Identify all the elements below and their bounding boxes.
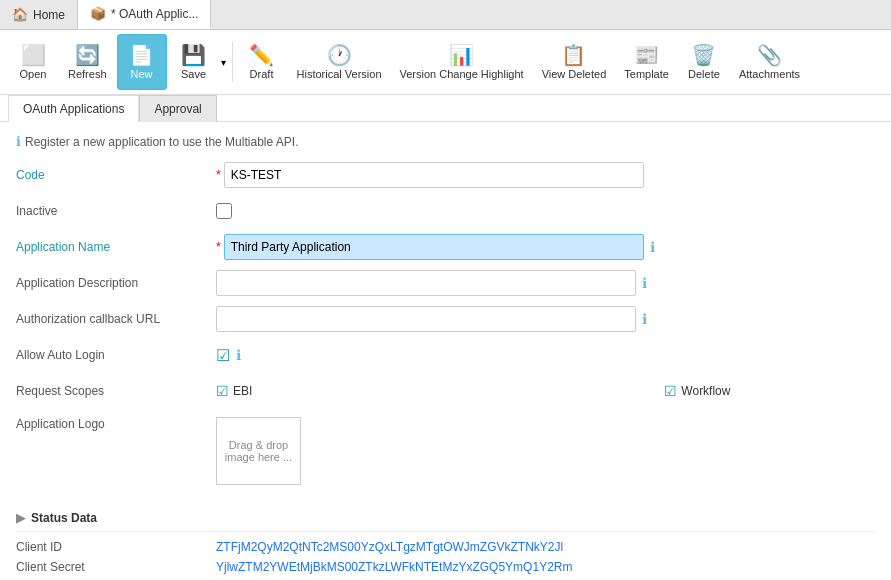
tab-oauth-label: * OAuth Applic... [111, 7, 198, 21]
auth-callback-label: Authorization callback URL [16, 312, 216, 326]
info-text: Register a new application to use the Mu… [25, 135, 299, 149]
save-icon: 💾 [181, 45, 206, 65]
scope-ebi-checkbox[interactable]: ☑ [216, 383, 229, 399]
info-banner: ℹ Register a new application to use the … [16, 134, 875, 149]
template-button[interactable]: 📰 Template [616, 34, 677, 90]
draft-label: Draft [250, 68, 274, 80]
view-deleted-icon: 📋 [561, 45, 586, 65]
save-dropdown-arrow[interactable]: ▾ [219, 34, 228, 90]
open-icon: ⬜ [21, 45, 46, 65]
status-header: ▶ Status Data [16, 505, 875, 532]
sub-tab-bar: OAuth Applications Approval [0, 95, 891, 122]
inactive-checkbox[interactable] [216, 203, 232, 219]
tab-home-label: Home [33, 8, 65, 22]
sub-tab-oauth-label: OAuth Applications [23, 102, 124, 116]
template-label: Template [624, 68, 669, 80]
client-secret-row: Client Secret YjlwZTM2YWEtMjBkMS00ZTkzLW… [16, 560, 875, 574]
sub-tab-approval[interactable]: Approval [139, 95, 216, 122]
main-content: OAuth Applications Approval ℹ Register a… [0, 95, 891, 580]
template-icon: 📰 [634, 45, 659, 65]
client-secret-value[interactable]: YjlwZTM2YWEtMjBkMS00ZTkzLWFkNTEtMzYxZGQ5… [216, 560, 572, 574]
delete-icon: 🗑️ [691, 45, 716, 65]
logo-label: Application Logo [16, 417, 216, 431]
app-name-label: Application Name [16, 240, 216, 254]
historical-icon: 🕐 [327, 45, 352, 65]
inactive-label: Inactive [16, 204, 216, 218]
app-name-required-star: * [216, 240, 221, 254]
historical-version-button[interactable]: 🕐 Historical Version [289, 34, 390, 90]
tab-home[interactable]: 🏠 Home [0, 0, 78, 29]
code-label: Code [16, 168, 216, 182]
auto-login-label: Allow Auto Login [16, 348, 216, 362]
status-title: Status Data [31, 511, 97, 525]
attachments-button[interactable]: 📎 Attachments [731, 34, 808, 90]
form-area: ℹ Register a new application to use the … [0, 122, 891, 505]
attachments-icon: 📎 [757, 45, 782, 65]
app-desc-input[interactable] [216, 270, 636, 296]
auth-callback-row: Authorization callback URL ℹ [16, 305, 875, 333]
app-desc-row: Application Description ℹ [16, 269, 875, 297]
refresh-icon: 🔄 [75, 45, 100, 65]
auto-login-row: Allow Auto Login ☑ ℹ [16, 341, 875, 369]
tab-oauth[interactable]: 📦 * OAuth Applic... [78, 0, 211, 29]
app-desc-label: Application Description [16, 276, 216, 290]
scope-ebi-label: EBI [233, 384, 252, 398]
client-id-row: Client ID ZTFjM2QyM2QtNTc2MS00YzQxLTgzMT… [16, 540, 875, 554]
save-button[interactable]: 💾 Save [169, 34, 219, 90]
historical-label: Historical Version [297, 68, 382, 80]
scope-workflow-label: Workflow [681, 384, 730, 398]
auto-login-info-icon[interactable]: ℹ [236, 347, 241, 363]
delete-label: Delete [688, 68, 720, 80]
client-secret-label: Client Secret [16, 560, 216, 574]
save-group: 💾 Save ▾ [169, 34, 228, 90]
code-input[interactable] [224, 162, 644, 188]
inactive-row: Inactive [16, 197, 875, 225]
package-icon: 📦 [90, 6, 106, 21]
code-row: Code * [16, 161, 875, 189]
save-label: Save [181, 68, 206, 80]
toolbar: ⬜ Open 🔄 Refresh 📄 New 💾 Save ▾ ✏️ Draft… [0, 30, 891, 95]
status-section: ▶ Status Data Client ID ZTFjM2QyM2QtNTc2… [0, 505, 891, 580]
draft-button[interactable]: ✏️ Draft [237, 34, 287, 90]
refresh-label: Refresh [68, 68, 107, 80]
expand-icon[interactable]: ▶ [16, 511, 25, 525]
new-label: New [131, 68, 153, 80]
scope-ebi-item: ☑ EBI [216, 383, 252, 399]
scope-workflow-checkbox[interactable]: ☑ [664, 383, 677, 399]
view-deleted-label: View Deleted [542, 68, 607, 80]
new-button[interactable]: 📄 New [117, 34, 167, 90]
scope-workflow-item: ☑ Workflow [664, 383, 730, 399]
auto-login-checkbox[interactable]: ☑ [216, 346, 230, 365]
new-icon: 📄 [129, 45, 154, 65]
refresh-button[interactable]: 🔄 Refresh [60, 34, 115, 90]
app-name-info-icon[interactable]: ℹ [650, 239, 655, 255]
logo-row: Application Logo Drag & drop image here … [16, 413, 875, 485]
attachments-label: Attachments [739, 68, 800, 80]
auth-callback-info-icon[interactable]: ℹ [642, 311, 647, 327]
version-highlight-button[interactable]: 📊 Version Change Highlight [392, 34, 532, 90]
auth-callback-input[interactable] [216, 306, 636, 332]
info-circle-icon: ℹ [16, 134, 21, 149]
logo-upload-area[interactable]: Drag & drop image here ... [216, 417, 301, 485]
scopes-label: Request Scopes [16, 384, 216, 398]
code-required-star: * [216, 168, 221, 182]
divider-1 [232, 42, 233, 82]
sub-tab-oauth-apps[interactable]: OAuth Applications [8, 95, 139, 122]
draft-icon: ✏️ [249, 45, 274, 65]
scopes-container: ☑ EBI ☑ Workflow [216, 383, 730, 399]
sub-tab-approval-label: Approval [154, 102, 201, 116]
client-id-value[interactable]: ZTFjM2QyM2QtNTc2MS00YzQxLTgzMTgtOWJmZGVk… [216, 540, 563, 554]
app-name-row: Application Name * ℹ [16, 233, 875, 261]
top-tab-bar: 🏠 Home 📦 * OAuth Applic... [0, 0, 891, 30]
logo-placeholder-text: Drag & drop image here ... [217, 439, 300, 463]
version-label: Version Change Highlight [400, 68, 524, 80]
app-name-input[interactable] [224, 234, 644, 260]
client-id-label: Client ID [16, 540, 216, 554]
home-icon: 🏠 [12, 7, 28, 22]
version-icon: 📊 [449, 45, 474, 65]
delete-button[interactable]: 🗑️ Delete [679, 34, 729, 90]
view-deleted-button[interactable]: 📋 View Deleted [534, 34, 615, 90]
app-desc-info-icon[interactable]: ℹ [642, 275, 647, 291]
open-button[interactable]: ⬜ Open [8, 34, 58, 90]
open-label: Open [20, 68, 47, 80]
